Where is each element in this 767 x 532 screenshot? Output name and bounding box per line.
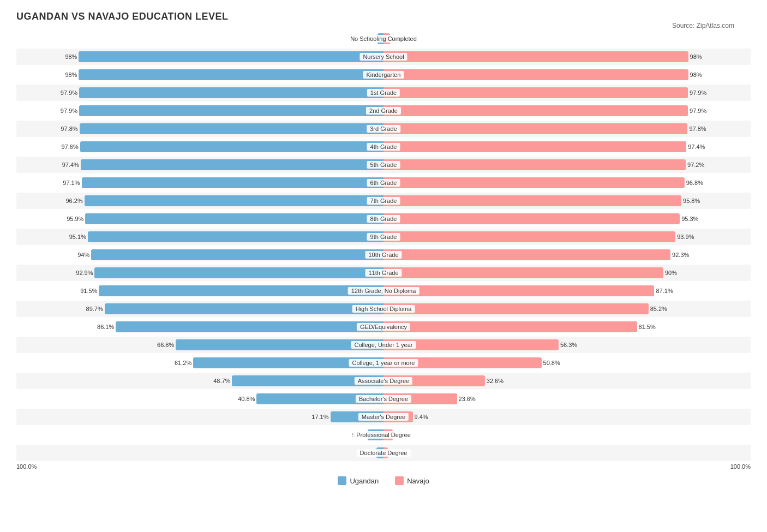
right-bar-wrap: [384, 303, 649, 314]
navajo-value: 81.5%: [639, 324, 656, 330]
navajo-bar: [384, 141, 686, 152]
row-label: 3rd Grade: [367, 125, 400, 133]
navajo-label: Navajo: [407, 477, 429, 485]
table-row: 9th Grade95.1%93.9%: [16, 229, 751, 245]
ugandan-value: 61.2%: [175, 360, 191, 366]
navajo-bar: [384, 213, 680, 224]
row-label: Professional Degree: [353, 431, 414, 439]
ugandan-value: 89.7%: [86, 306, 103, 312]
ugandan-value: 95.1%: [69, 234, 86, 240]
navajo-color-box: [395, 476, 404, 485]
ugandan-bar: [85, 195, 384, 206]
table-row: 2nd Grade97.9%97.9%: [16, 103, 751, 119]
row-label: No Schooling Completed: [347, 35, 420, 43]
navajo-value: 93.9%: [677, 234, 694, 240]
left-bar-wrap: [80, 141, 384, 152]
row-label: 6th Grade: [367, 179, 400, 187]
row-label: Master's Degree: [358, 413, 409, 421]
table-row: College, Under 1 year66.8%56.3%: [16, 337, 751, 353]
row-label: 5th Grade: [367, 161, 400, 169]
ugandan-color-box: [338, 476, 346, 485]
left-bar-wrap: [79, 87, 384, 98]
table-row: 1st Grade97.9%97.9%: [16, 85, 751, 101]
left-bar-wrap: [85, 195, 384, 206]
ugandan-value: 97.9%: [61, 107, 77, 114]
right-bar-wrap: [384, 195, 681, 206]
ugandan-bar: [85, 213, 384, 224]
ugandan-bar: [81, 159, 384, 170]
ugandan-bar: [88, 231, 384, 242]
ugandan-value: 95.9%: [67, 216, 83, 222]
right-bar-wrap: [384, 69, 688, 80]
ugandan-value: 48.7%: [213, 378, 230, 384]
navajo-value: 95.8%: [683, 198, 700, 204]
navajo-value: 95.3%: [681, 216, 698, 222]
row-label: 10th Grade: [365, 251, 402, 259]
table-row: No Schooling Completed2%2.1%: [16, 31, 751, 47]
ugandan-bar: [82, 177, 384, 188]
navajo-value: 97.4%: [688, 144, 705, 150]
ugandan-value: 92.9%: [76, 270, 93, 276]
navajo-value: 32.6%: [487, 378, 504, 384]
ugandan-bar: [105, 303, 384, 314]
row-label: 11th Grade: [365, 269, 402, 277]
table-row: Associate's Degree48.7%32.6%: [16, 373, 751, 389]
table-row: 7th Grade96.2%95.8%: [16, 193, 751, 209]
right-bar-wrap: [384, 285, 654, 296]
table-row: GED/Equivalency86.1%81.5%: [16, 319, 751, 335]
navajo-bar: [384, 285, 654, 296]
right-bar-wrap: [384, 105, 688, 116]
table-row: Nursery School98%98%: [16, 49, 751, 65]
navajo-bar: [384, 195, 681, 206]
ugandan-value: 97.6%: [61, 144, 78, 150]
legend: Ugandan Navajo: [16, 476, 751, 485]
row-label: 2nd Grade: [366, 107, 401, 115]
left-bar-wrap: [116, 321, 384, 332]
navajo-value: 97.2%: [687, 162, 704, 168]
table-row: 11th Grade92.9%90%: [16, 265, 751, 281]
left-bar-wrap: [82, 177, 384, 188]
ugandan-bar: [99, 285, 384, 296]
row-label: College, 1 year or more: [349, 359, 418, 367]
right-bar-wrap: [384, 177, 685, 188]
ugandan-bar: [94, 267, 384, 278]
row-label: GED/Equivalency: [357, 323, 410, 331]
row-label: 8th Grade: [367, 215, 400, 223]
right-bar-wrap: [384, 321, 637, 332]
row-label: 1st Grade: [367, 89, 400, 97]
row-label: 9th Grade: [367, 233, 400, 241]
table-row: Kindergarten98%98%: [16, 67, 751, 83]
navajo-bar: [384, 231, 675, 242]
table-row: 10th Grade94%92.3%: [16, 247, 751, 263]
row-label: Associate's Degree: [355, 377, 412, 385]
table-row: Master's Degree17.1%9.4%: [16, 409, 751, 425]
ugandan-value: 97.8%: [61, 125, 77, 132]
ugandan-bar: [79, 51, 384, 62]
row-label: 12th Grade, No Diploma: [348, 287, 420, 295]
navajo-value: 56.3%: [560, 342, 577, 348]
table-row: Bachelor's Degree40.8%23.6%: [16, 391, 751, 407]
left-bar-wrap: [99, 285, 384, 296]
navajo-bar: [384, 159, 686, 170]
navajo-bar: [384, 177, 685, 188]
right-bar-wrap: [384, 159, 686, 170]
ugandan-value: 96.2%: [65, 198, 82, 204]
row-label: College, Under 1 year: [351, 341, 416, 349]
row-label: Kindergarten: [363, 71, 404, 79]
navajo-value: 87.1%: [656, 288, 673, 294]
left-bar-wrap: [105, 303, 384, 314]
table-row: 12th Grade, No Diploma91.5%87.1%: [16, 283, 751, 299]
row-label: Nursery School: [359, 53, 407, 61]
navajo-value: 97.8%: [689, 125, 706, 132]
bottom-labels: 100.0% 100.0%: [16, 463, 751, 470]
left-bar-wrap: [81, 159, 384, 170]
ugandan-value: 98%: [65, 53, 77, 60]
ugandan-value: 17.1%: [311, 414, 328, 420]
table-row: Professional Degree5.1%2.9%: [16, 427, 751, 443]
right-bar-wrap: [384, 231, 675, 242]
navajo-value: 9.4%: [415, 414, 428, 420]
ugandan-bar: [79, 69, 384, 80]
legend-navajo: Navajo: [395, 476, 429, 485]
table-row: 8th Grade95.9%95.3%: [16, 211, 751, 227]
navajo-bar: [384, 87, 688, 98]
